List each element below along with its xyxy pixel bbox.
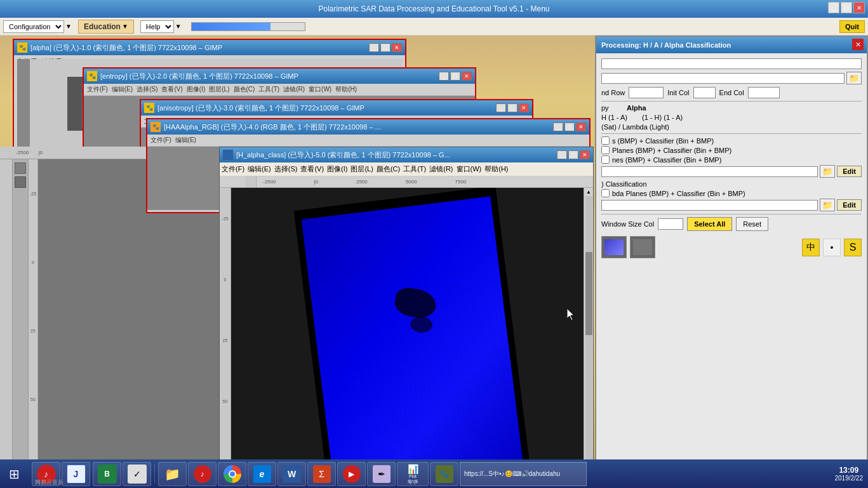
gimp-win2-minimize[interactable]: _ [439,72,449,81]
polsar-edit-button-1[interactable]: Edit [837,166,862,177]
polsar-edit-button-2[interactable]: Edit [837,199,862,211]
polsar-path-input-1[interactable]: SLC__1SDV_20180505T095436_20180505T09550… [601,58,862,69]
gimp-win5-layer[interactable]: 图层(L) [351,164,373,174]
gimp-win4-edit[interactable]: 编辑(E) [175,136,196,143]
polsar-close-button[interactable]: ✕ [852,39,864,50]
taskbar-gimp[interactable]: 🐾 [430,462,458,486]
taskbar-app5[interactable]: ♪ [188,462,217,486]
gimp-win2-view[interactable]: 查看(V) [161,85,182,94]
gimp-win4-file[interactable]: 文件(F) [150,136,171,143]
gimp-win3-maximize[interactable]: □ [507,103,517,112]
gimp-win4-close[interactable]: ✕ [576,122,586,131]
gimp-win5-close[interactable]: ✕ [580,150,590,159]
end-row-input[interactable]: 10098 [629,87,664,98]
polsar-row-col-settings: nd Row 10098 Init Col 1 End Col 7722 [601,87,862,98]
h1a-label: H (1 - A) [601,114,627,121]
close-button[interactable]: ✕ [853,2,865,13]
taskbar-url-bar[interactable]: https://...S中•♪😊⌨🔊dahutidahu [460,462,587,486]
help-select[interactable]: Help [140,20,174,33]
taskbar-files[interactable]: 📁 [158,462,187,486]
gimp-win5-minimize[interactable]: _ [557,150,567,159]
gimp-win4-minimize[interactable]: _ [553,122,563,131]
plot-label: Plot$[n]$ [408,474,418,484]
scroll-thumb[interactable] [585,252,592,335]
taskbar-edge[interactable]: e [248,462,276,486]
taskbar-sigma[interactable]: Σ [307,462,336,486]
window-size-col-input[interactable]: 1 [658,218,683,230]
quit-button[interactable]: Quit [839,20,865,33]
gimp-win5-edit[interactable]: 编辑(E) [248,164,271,174]
select-all-button[interactable]: Select All [687,217,732,231]
polsar-browse-button[interactable]: 📁 [846,72,862,84]
gimp-win2-layer[interactable]: 图层(L) [209,85,229,94]
gimp-win2-color[interactable]: 颜色(C) [234,85,255,94]
chrome-inner [229,470,236,478]
polsar-icon-1[interactable]: 中 [802,239,820,256]
maximize-button[interactable]: □ [841,2,852,13]
gimp-win2-close[interactable]: ✕ [462,72,472,81]
gimp-win3-minimize[interactable]: _ [496,103,506,112]
end-col-input[interactable]: 7722 [748,87,780,98]
taskbar-feather[interactable]: ✒ [367,462,396,486]
polsar-colormap-browse-2[interactable]: 📁 [820,199,835,211]
gimp-win3-controls: _ □ ✕ [495,103,529,112]
start-button[interactable]: ⊞ [0,459,29,488]
gimp-win2-help[interactable]: 帮助(H) [335,85,357,94]
gimp-win5-color[interactable]: 颜色(C) [377,164,400,174]
mouse-cursor [567,308,576,322]
taskbar-ok[interactable]: ✓ [123,462,151,486]
gimp-win2-file[interactable]: 文件(F) [87,85,108,94]
gimp-win5-view[interactable]: 查看(V) [300,164,324,174]
taskbar-plot[interactable]: 📊 Plot$[n]$ [397,462,429,486]
init-col-input[interactable]: 1 [693,87,716,98]
tool-icon-2[interactable] [15,176,26,188]
gimp-win2-window[interactable]: 窗口(W) [309,85,331,94]
polsar-path-input-2[interactable]: SLC__1SDV_20180505T095436_20180505T09550… [601,73,845,84]
polsar-colormap-input-2[interactable]: strator/AppData/Roaming/PolSARpro_5.1.3/… [601,200,818,211]
gimp-win5-tool[interactable]: 工具(T) [403,164,426,174]
gimp-win5-window[interactable]: 窗口(W) [457,164,482,174]
gimp-win2-maximize[interactable]: □ [450,72,460,81]
v-scrollbar[interactable]: ▲ ▼ [584,188,593,482]
gimp-win5-help[interactable]: 帮助(H) [484,164,508,174]
tool-icon-1[interactable] [15,162,26,174]
taskbar-jabref[interactable]: J [62,462,90,486]
minimize-button[interactable]: _ [828,2,839,13]
gimp-win1-minimize[interactable]: _ [369,43,379,52]
gimp-win4-maximize[interactable]: □ [564,122,575,131]
url-text: https://...S中•♪😊⌨🔊dahutidahu [464,470,560,478]
gimp-win2-edit[interactable]: 编辑(E) [112,85,133,94]
gimp-win5-maximize[interactable]: □ [568,150,578,159]
reset-button[interactable]: Reset [736,217,768,231]
config-select[interactable]: Configuration [3,20,64,33]
gimp-win2-tool[interactable]: 工具(T) [258,85,279,94]
bmp3-checkbox[interactable] [601,155,610,164]
polsar-icon-3[interactable]: S [844,239,862,256]
polsar-colormap-input-1[interactable]: strator/AppData/Roaming/PolSARpro_5.1.3/… [601,166,818,177]
gimp-win2-title-text: [entropy] (已导入)-2.0 (索引颜色, 1 个图层) 7722x1… [100,72,298,81]
taskbar-play[interactable]: ▶ [337,462,366,486]
gimp-win2-image[interactable]: 图像(I) [187,85,205,94]
polsar-colormap-browse-1[interactable]: 📁 [820,165,835,178]
bmp2-checkbox[interactable] [601,146,610,154]
gimp-win5-filter[interactable]: 滤镜(R) [429,164,453,174]
gimp-win1-maximize[interactable]: □ [380,43,391,52]
gimp-win5-file[interactable]: 文件(F) [222,164,244,174]
gimp-win1-close[interactable]: ✕ [392,43,402,52]
taskbar-word[interactable]: W [277,462,306,486]
taskbar-chrome[interactable] [218,462,246,486]
gimp-win5-main-area: -25 0 25 50 75 [220,188,593,488]
taskbar-apps: ♪ 网易云音乐 J B ✓ 📁 ♪ [29,462,835,486]
polsar-icon-2[interactable]: • [823,239,841,256]
bmp4-checkbox[interactable] [601,189,610,197]
gimp-win2-select[interactable]: 选择(S) [137,85,157,94]
taskbar-ba[interactable]: B [93,462,121,486]
bmp1-checkbox[interactable] [601,136,610,145]
gimp-win2-menu: 文件(F) 编辑(E) 选择(S) 查看(V) 图像(I) 图层(L) 颜色(C… [84,84,475,96]
scroll-up-arrow[interactable]: ▲ [586,189,591,195]
education-label[interactable]: Education [84,22,121,31]
gimp-win5-image[interactable]: 图像(I) [327,164,347,174]
gimp-win5-select[interactable]: 选择(S) [274,164,298,174]
gimp-win3-close[interactable]: ✕ [519,103,529,112]
gimp-win2-filter[interactable]: 滤镜(R) [283,85,305,94]
